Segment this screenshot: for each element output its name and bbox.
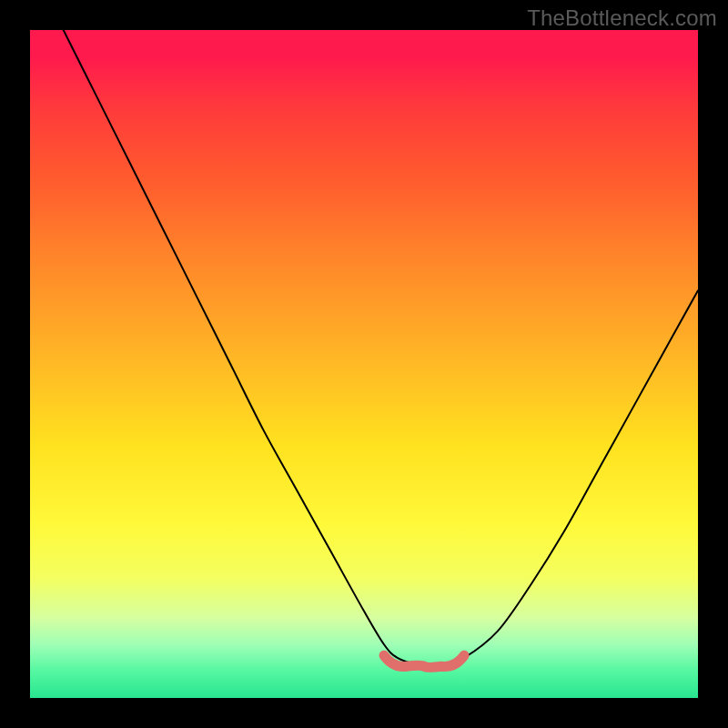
watermark-text: TheBottleneck.com bbox=[527, 5, 717, 31]
chart-svg bbox=[30, 30, 698, 698]
series-curve bbox=[64, 30, 698, 665]
chart-series-layer bbox=[64, 30, 698, 667]
chart-plot-area bbox=[30, 30, 698, 698]
chart-frame: TheBottleneck.com bbox=[0, 0, 728, 728]
